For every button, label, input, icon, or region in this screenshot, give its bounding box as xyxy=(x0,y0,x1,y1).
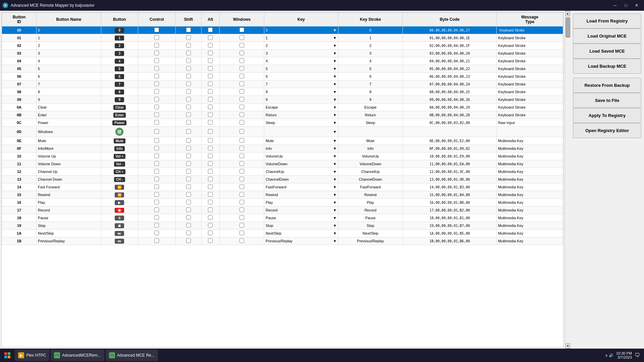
cell-shift[interactable] xyxy=(175,183,201,191)
checkbox[interactable] xyxy=(208,169,213,174)
sidebar-btn-apply-to-registry[interactable]: Apply To Registry xyxy=(573,108,641,123)
checkbox[interactable] xyxy=(239,120,244,125)
cell-windows[interactable] xyxy=(219,145,264,153)
checkbox[interactable] xyxy=(186,112,191,117)
cell-control[interactable] xyxy=(138,153,176,160)
cell-shift[interactable] xyxy=(175,137,201,145)
checkbox[interactable] xyxy=(186,43,191,48)
cell-windows[interactable] xyxy=(219,237,264,245)
cell-control[interactable] xyxy=(138,237,176,245)
cell-windows[interactable] xyxy=(219,127,264,137)
cell-alt[interactable] xyxy=(201,65,219,73)
key-dropdown[interactable]: Pause▼ xyxy=(266,216,337,220)
cell-windows[interactable] xyxy=(219,206,264,214)
checkbox[interactable] xyxy=(208,129,213,134)
checkbox[interactable] xyxy=(154,105,159,109)
checkbox[interactable] xyxy=(154,207,159,212)
cell-windows[interactable] xyxy=(219,73,264,80)
checkbox[interactable] xyxy=(208,112,213,117)
table-row[interactable]: 07 7 7 7▼ 7 07,00,00,00,04,00,24 Keyboar… xyxy=(2,80,563,88)
cell-control[interactable] xyxy=(138,65,176,73)
cell-key[interactable]: Previous/Replay▼ xyxy=(264,237,338,245)
cell-shift[interactable] xyxy=(175,230,201,237)
cell-windows[interactable] xyxy=(219,153,264,160)
key-dropdown[interactable]: 9▼ xyxy=(266,98,337,102)
cell-alt[interactable] xyxy=(201,199,219,206)
checkbox[interactable] xyxy=(239,27,244,32)
cell-key[interactable]: 4▼ xyxy=(264,57,338,65)
checkbox[interactable] xyxy=(154,223,159,228)
cell-key[interactable]: 0▼ xyxy=(264,26,338,34)
cell-control[interactable] xyxy=(138,191,176,199)
checkbox[interactable] xyxy=(239,231,244,235)
checkbox[interactable] xyxy=(239,154,244,158)
sidebar-btn-load-saved-mce[interactable]: Load Saved MCE xyxy=(573,44,641,59)
cell-alt[interactable] xyxy=(201,160,219,168)
cell-alt[interactable] xyxy=(201,206,219,214)
checkbox[interactable] xyxy=(239,215,244,220)
cell-shift[interactable] xyxy=(175,73,201,80)
cell-windows[interactable] xyxy=(219,183,264,191)
scrollbar[interactable]: ▲ ▼ xyxy=(565,11,570,349)
sidebar-btn-load-backup-mce[interactable]: Load Backup MCE xyxy=(573,59,641,74)
cell-key[interactable]: ChannelUp▼ xyxy=(264,168,338,176)
sidebar-btn-load-original-mce[interactable]: Load Original MCE xyxy=(573,28,641,44)
cell-windows[interactable] xyxy=(219,34,264,42)
cell-shift[interactable] xyxy=(175,191,201,199)
checkbox[interactable] xyxy=(208,207,213,212)
cell-windows[interactable] xyxy=(219,104,264,111)
table-row[interactable]: 15 Rewind ⏪ Rewind▼ Rewind 15,00,00,00,0… xyxy=(2,191,563,199)
checkbox[interactable] xyxy=(239,169,244,174)
cell-windows[interactable] xyxy=(219,191,264,199)
cell-shift[interactable] xyxy=(175,206,201,214)
checkbox[interactable] xyxy=(154,231,159,235)
sidebar-btn-restore-from-backup[interactable]: Restore From Backup xyxy=(573,78,641,93)
checkbox[interactable] xyxy=(186,129,191,134)
key-dropdown[interactable]: Stop▼ xyxy=(266,224,337,228)
cell-control[interactable] xyxy=(138,176,176,183)
start-button[interactable] xyxy=(1,349,13,361)
checkbox[interactable] xyxy=(208,192,213,197)
cell-key[interactable]: 7▼ xyxy=(264,80,338,88)
cell-control[interactable] xyxy=(138,26,176,34)
cell-alt[interactable] xyxy=(201,127,219,137)
table-row[interactable]: 0E Mute Mute Mute▼ Mute 0E,00,00,00,01,E… xyxy=(2,137,563,145)
checkbox[interactable] xyxy=(239,207,244,212)
checkbox[interactable] xyxy=(208,43,213,48)
cell-alt[interactable] xyxy=(201,237,219,245)
cell-control[interactable] xyxy=(138,230,176,237)
table-row[interactable]: 10 Volume Up Vol + VolumeUp▼ VolumeUp 10… xyxy=(2,153,563,160)
cell-alt[interactable] xyxy=(201,73,219,80)
checkbox[interactable] xyxy=(239,58,244,63)
cell-windows[interactable] xyxy=(219,119,264,127)
cell-shift[interactable] xyxy=(175,153,201,160)
cell-shift[interactable] xyxy=(175,237,201,245)
cell-windows[interactable] xyxy=(219,80,264,88)
key-dropdown[interactable]: 8▼ xyxy=(266,90,337,94)
table-row[interactable]: 00 0 0 0▼ 0 00,00,00,00,04,00,27 Keyboar… xyxy=(2,26,563,34)
scrollbar-up[interactable]: ▲ xyxy=(566,11,570,16)
scrollbar-thumb[interactable] xyxy=(566,17,570,38)
key-dropdown[interactable]: Next/Skip▼ xyxy=(266,231,337,235)
checkbox[interactable] xyxy=(154,184,159,189)
key-dropdown[interactable]: ChannelDown▼ xyxy=(266,177,337,181)
cell-alt[interactable] xyxy=(201,214,219,222)
key-dropdown[interactable]: 2▼ xyxy=(266,44,337,48)
cell-control[interactable] xyxy=(138,73,176,80)
key-dropdown[interactable]: Play▼ xyxy=(266,200,337,204)
cell-key[interactable]: Info▼ xyxy=(264,145,338,153)
table-row[interactable]: 0A Clear Clear Escape▼ Escape 0A,00,00,0… xyxy=(2,104,563,111)
checkbox[interactable] xyxy=(186,35,191,40)
checkbox[interactable] xyxy=(208,161,213,166)
cell-windows[interactable] xyxy=(219,222,264,230)
key-dropdown[interactable]: Sleep▼ xyxy=(266,121,337,125)
cell-alt[interactable] xyxy=(201,137,219,145)
table-row[interactable]: 1B Previous/Replay ⏮ Previous/Replay▼ Pr… xyxy=(2,237,563,245)
cell-alt[interactable] xyxy=(201,119,219,127)
cell-shift[interactable] xyxy=(175,127,201,137)
cell-shift[interactable] xyxy=(175,57,201,65)
cell-shift[interactable] xyxy=(175,65,201,73)
checkbox[interactable] xyxy=(154,177,159,181)
cell-shift[interactable] xyxy=(175,222,201,230)
cell-alt[interactable] xyxy=(201,50,219,57)
